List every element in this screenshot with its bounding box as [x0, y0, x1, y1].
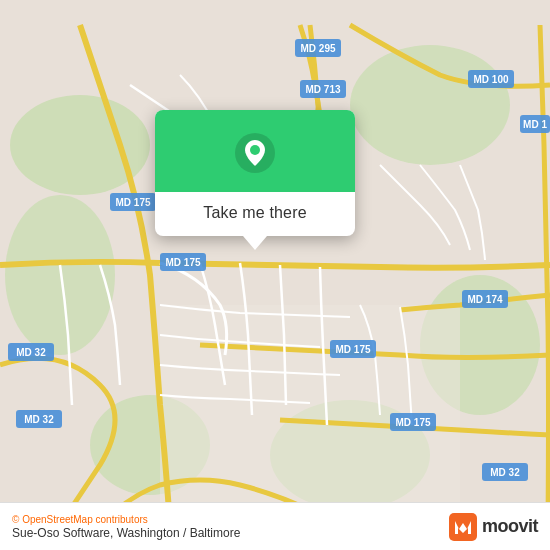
svg-text:MD 175: MD 175 — [165, 257, 200, 268]
svg-text:MD 1: MD 1 — [523, 119, 547, 130]
osm-credit: © OpenStreetMap contributors — [12, 514, 240, 525]
svg-point-3 — [350, 45, 510, 165]
popup-header — [155, 110, 355, 192]
map-background: MD 295 MD 175 MD 175 MD 175 MD 175 MD 71… — [0, 0, 550, 550]
bottom-bar: © OpenStreetMap contributors Sue-Oso Sof… — [0, 502, 550, 550]
moovit-logo: moovit — [449, 513, 538, 541]
location-label: Sue-Oso Software, Washington / Baltimore — [12, 526, 240, 540]
moovit-brand-text: moovit — [482, 516, 538, 537]
svg-text:MD 174: MD 174 — [467, 294, 502, 305]
svg-text:MD 100: MD 100 — [473, 74, 508, 85]
bottom-left-info: © OpenStreetMap contributors Sue-Oso Sof… — [12, 514, 240, 540]
svg-text:MD 32: MD 32 — [16, 347, 46, 358]
popup-button-area: Take me there — [155, 192, 355, 236]
svg-text:MD 713: MD 713 — [305, 84, 340, 95]
location-pin-icon — [234, 132, 276, 174]
svg-text:MD 32: MD 32 — [490, 467, 520, 478]
location-popup: Take me there — [155, 110, 355, 236]
svg-text:MD 175: MD 175 — [335, 344, 370, 355]
svg-point-2 — [5, 195, 115, 355]
take-me-there-button[interactable]: Take me there — [203, 204, 306, 222]
svg-text:MD 175: MD 175 — [395, 417, 430, 428]
svg-text:MD 175: MD 175 — [115, 197, 150, 208]
map-container: MD 295 MD 175 MD 175 MD 175 MD 175 MD 71… — [0, 0, 550, 550]
svg-point-34 — [250, 145, 260, 155]
popup-arrow — [243, 236, 267, 250]
moovit-m-icon — [449, 513, 477, 541]
svg-text:MD 295: MD 295 — [300, 43, 335, 54]
svg-text:MD 32: MD 32 — [24, 414, 54, 425]
